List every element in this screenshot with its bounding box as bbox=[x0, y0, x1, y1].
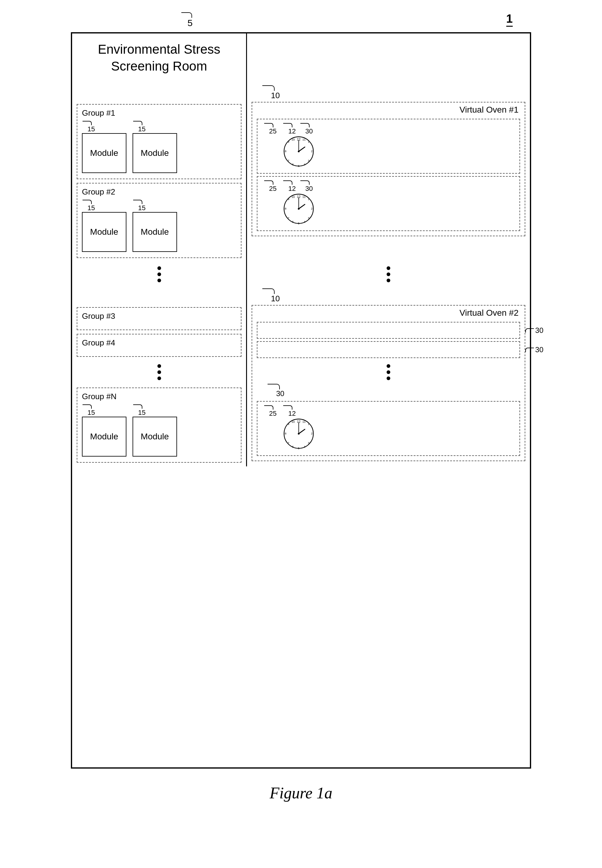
svg-text:6: 6 bbox=[292, 220, 293, 224]
svg-text:8: 8 bbox=[285, 150, 286, 153]
group-label: Group #4 bbox=[82, 338, 115, 348]
svg-text:1: 1 bbox=[308, 422, 310, 426]
svg-point-31 bbox=[298, 208, 300, 210]
group-box: Group #N15Module15Module bbox=[77, 387, 241, 463]
svg-text:10: 10 bbox=[292, 420, 295, 423]
figure-caption: Figure 1a bbox=[270, 784, 333, 802]
svg-text:1: 1 bbox=[308, 140, 310, 143]
group-box: Group #4 bbox=[77, 334, 241, 357]
module-box: Module bbox=[132, 417, 177, 456]
svg-text:4: 4 bbox=[304, 220, 306, 224]
svg-text:2: 2 bbox=[311, 207, 313, 210]
svg-text:4: 4 bbox=[304, 163, 306, 166]
vo2-title: Virtual Oven #2 bbox=[460, 308, 519, 318]
svg-text:2: 2 bbox=[311, 150, 313, 153]
module-box: Module bbox=[82, 133, 126, 173]
vo1-ref-10: 10 bbox=[271, 91, 280, 100]
module-box: Module bbox=[132, 133, 177, 173]
svg-text:5: 5 bbox=[298, 446, 299, 450]
group-label: Group #3 bbox=[82, 312, 115, 321]
vo2-g3-right: 30 bbox=[257, 322, 520, 339]
group-box: Group #215Module15Module bbox=[77, 183, 241, 258]
svg-point-15 bbox=[298, 151, 300, 152]
virtual-oven-1: Virtual Oven #1251230 12 1 2 3 4 5 6 7 8… bbox=[252, 102, 525, 236]
group-label: Group #N bbox=[82, 392, 117, 401]
svg-text:7: 7 bbox=[288, 159, 289, 162]
group-box: Group #3 bbox=[77, 307, 241, 330]
svg-point-47 bbox=[298, 433, 300, 435]
outer-box: Environmental Stress Screening Room 10 G… bbox=[71, 32, 531, 768]
svg-text:5: 5 bbox=[298, 164, 299, 167]
vo1-g1-right: 251230 12 1 2 3 4 5 6 7 8 9 10 11 bbox=[257, 119, 520, 174]
svg-text:4: 4 bbox=[304, 445, 306, 449]
module-box: Module bbox=[82, 212, 126, 252]
svg-text:9: 9 bbox=[288, 197, 289, 201]
vo2-g4-right: 30 bbox=[257, 341, 520, 358]
svg-text:11: 11 bbox=[303, 195, 306, 198]
vo1-title: Virtual Oven #1 bbox=[460, 105, 519, 115]
svg-text:9: 9 bbox=[288, 140, 289, 143]
svg-text:3: 3 bbox=[308, 441, 310, 445]
page-wrapper: 5 1Environmental Stress Screening Room 1… bbox=[55, 12, 547, 802]
svg-text:3: 3 bbox=[308, 216, 310, 220]
module-box: Module bbox=[82, 417, 126, 456]
svg-text:11: 11 bbox=[303, 138, 306, 141]
ess-room-label: Environmental Stress Screening Room bbox=[77, 41, 241, 75]
vo1-g2-right: 251230 12 1 2 3 4 5 6 7 8 9 10 11 bbox=[257, 176, 520, 231]
gn-pre-ref-30: 30 bbox=[276, 389, 284, 398]
clock: 12 1 2 3 4 5 6 7 8 9 10 11 bbox=[283, 135, 315, 167]
g3-ref-30: 30 bbox=[535, 326, 544, 335]
group-label: Group #1 bbox=[82, 108, 115, 118]
svg-text:1: 1 bbox=[308, 197, 310, 201]
svg-text:6: 6 bbox=[292, 445, 293, 449]
svg-text:6: 6 bbox=[292, 163, 293, 166]
svg-text:9: 9 bbox=[288, 422, 289, 426]
svg-text:10: 10 bbox=[292, 138, 295, 141]
virtual-oven-2: Virtual Oven #23030 30 2512 12 1 2 3 4 5… bbox=[252, 305, 525, 461]
vo2-gn-right: 2512 12 1 2 3 4 5 6 7 8 9 10 11 bbox=[257, 401, 520, 456]
module-box: Module bbox=[132, 212, 177, 252]
svg-text:8: 8 bbox=[285, 432, 286, 435]
svg-text:10: 10 bbox=[292, 195, 295, 198]
clock: 12 1 2 3 4 5 6 7 8 9 10 11 bbox=[283, 418, 315, 450]
svg-text:7: 7 bbox=[288, 441, 289, 445]
svg-text:7: 7 bbox=[288, 216, 289, 220]
svg-text:8: 8 bbox=[285, 207, 286, 210]
group-label: Group #2 bbox=[82, 187, 115, 197]
svg-text:3: 3 bbox=[308, 159, 310, 162]
svg-text:5: 5 bbox=[298, 221, 299, 225]
clock: 12 1 2 3 4 5 6 7 8 9 10 11 bbox=[283, 193, 315, 225]
g4-ref-30: 30 bbox=[535, 346, 544, 354]
svg-text:11: 11 bbox=[303, 420, 306, 423]
vo2-ref-10: 10 bbox=[271, 294, 280, 303]
ref-1: 1 bbox=[506, 12, 513, 27]
svg-text:2: 2 bbox=[311, 432, 313, 435]
group-box: Group #115Module15Module bbox=[77, 104, 241, 179]
ref-5: 5 bbox=[187, 18, 193, 28]
